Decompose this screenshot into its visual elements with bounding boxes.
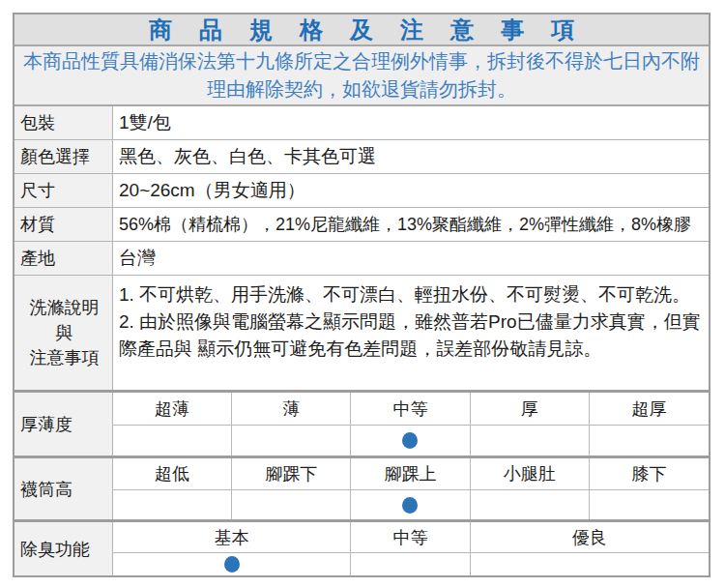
washing-label-line-3: 注意事項 <box>30 345 100 370</box>
spec-label-origin: 產地 <box>14 242 113 275</box>
thickness-dot-cell <box>351 426 470 456</box>
scale-section-deodorant: 除臭功能 基本 中等 優良 <box>14 519 709 575</box>
thickness-dot-cell <box>113 426 232 456</box>
scale-label-thickness: 厚薄度 <box>14 393 113 456</box>
deodorant-option: 中等 <box>351 522 470 553</box>
spec-row-washing: 洗滌說明 與 注意事項 1. 不可烘乾、用手洗滌、不可漂白、輕扭水份、不可熨燙、… <box>14 276 709 390</box>
thickness-option: 中等 <box>351 393 470 426</box>
sock-height-dot-cell <box>232 490 351 519</box>
spec-row-packaging: 包裝 1雙/包 <box>14 106 709 140</box>
table-header: 商品規格及注意事項 <box>14 15 709 46</box>
deodorant-grid: 基本 中等 優良 <box>113 522 709 575</box>
scale-label-deodorant: 除臭功能 <box>14 522 113 575</box>
selected-indicator-dot <box>402 497 418 514</box>
spec-value-packaging: 1雙/包 <box>113 106 709 139</box>
spec-label-size: 尺寸 <box>14 174 113 207</box>
thickness-dot-cell <box>590 426 709 456</box>
washing-instruction-2: 2. 由於照像與電腦螢幕之顯示問題，雖然普若Pro已儘量力求真實，但實際產品與 … <box>119 309 703 363</box>
washing-instruction-1: 1. 不可烘乾、用手洗滌、不可漂白、輕扭水份、不可熨燙、不可乾洗。 <box>119 281 703 309</box>
sock-height-option: 腳踝上 <box>351 458 470 490</box>
thickness-option: 薄 <box>232 393 351 426</box>
thickness-dot-cell <box>232 426 351 456</box>
spec-value-origin: 台灣 <box>113 242 709 275</box>
washing-label-line-2: 與 <box>30 320 100 345</box>
spec-label-packaging: 包裝 <box>14 106 113 139</box>
notice-line-1: 本商品性質具備消保法第十九條所定之合理例外情事，拆封後不得於七日內不附 <box>23 50 700 72</box>
thickness-option: 超厚 <box>590 393 709 426</box>
thickness-option: 厚 <box>471 393 590 426</box>
product-spec-table: 商品規格及注意事項 本商品性質具備消保法第十九條所定之合理例外情事，拆封後不得於… <box>13 13 710 577</box>
spec-label-washing: 洗滌說明 與 注意事項 <box>14 276 113 390</box>
sock-height-grid: 超低 腳踝下 腳踝上 小腿肚 膝下 <box>113 458 709 519</box>
page-title: 商品規格及注意事項 <box>149 15 601 45</box>
sock-height-dot-cell <box>590 490 709 519</box>
deodorant-option: 優良 <box>471 522 709 553</box>
spec-value-washing: 1. 不可烘乾、用手洗滌、不可漂白、輕扭水份、不可熨燙、不可乾洗。 2. 由於照… <box>113 276 709 390</box>
deodorant-dot-cell <box>351 553 470 575</box>
scale-section-thickness: 厚薄度 超薄 薄 中等 厚 超厚 <box>14 390 709 456</box>
notice-line-2: 理由解除契約，如欲退貨請勿拆封。 <box>207 78 516 100</box>
spec-row-colors: 顏色選擇 黑色、灰色、白色、卡其色可選 <box>14 140 709 174</box>
selected-indicator-dot <box>224 556 240 573</box>
sock-height-option: 小腿肚 <box>471 458 590 490</box>
sock-height-dot-cell <box>471 490 590 519</box>
scale-section-sock-height: 襪筒高 超低 腳踝下 腳踝上 小腿肚 膝下 <box>14 456 709 519</box>
sock-height-dot-cell <box>351 490 470 519</box>
spec-label-colors: 顏色選擇 <box>14 140 113 173</box>
spec-label-material: 材質 <box>14 208 113 241</box>
spec-value-size: 20~26cm（男女適用） <box>113 174 709 207</box>
spec-value-material: 56%棉（精梳棉），21%尼龍纖維，13%聚酯纖維，2%彈性纖維，8%橡膠 <box>113 208 709 241</box>
thickness-option: 超薄 <box>113 393 232 426</box>
sock-height-option: 腳踝下 <box>232 458 351 490</box>
sock-height-dot-cell <box>113 490 232 519</box>
thickness-dot-cell <box>471 426 590 456</box>
washing-label-line-1: 洗滌說明 <box>30 295 100 320</box>
spec-row-origin: 產地 台灣 <box>14 242 709 276</box>
deodorant-dot-cell <box>113 553 351 575</box>
deodorant-option: 基本 <box>113 522 351 553</box>
legal-notice: 本商品性質具備消保法第十九條所定之合理例外情事，拆封後不得於七日內不附 理由解除… <box>14 46 709 106</box>
scale-label-sock-height: 襪筒高 <box>14 458 113 519</box>
thickness-grid: 超薄 薄 中等 厚 超厚 <box>113 393 709 456</box>
spec-row-material: 材質 56%棉（精梳棉），21%尼龍纖維，13%聚酯纖維，2%彈性纖維，8%橡膠 <box>14 208 709 242</box>
selected-indicator-dot <box>402 432 418 449</box>
sock-height-option: 超低 <box>113 458 232 490</box>
sock-height-option: 膝下 <box>590 458 709 490</box>
deodorant-dot-cell <box>471 553 709 575</box>
spec-value-colors: 黑色、灰色、白色、卡其色可選 <box>113 140 709 173</box>
spec-row-size: 尺寸 20~26cm（男女適用） <box>14 174 709 208</box>
